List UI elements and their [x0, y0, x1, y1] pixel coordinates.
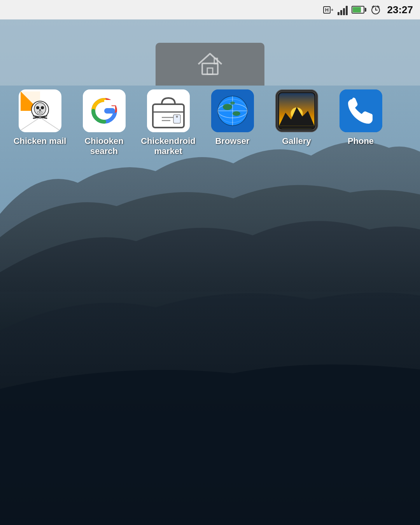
app-browser[interactable]: Browser [204, 89, 261, 146]
signal-icon [338, 4, 348, 15]
svg-rect-53 [279, 126, 314, 129]
phone-label: Phone [348, 136, 374, 146]
h-plus-icon: H + [323, 6, 334, 14]
svg-rect-6 [202, 63, 218, 74]
svg-rect-29 [104, 108, 115, 114]
chiooken-search-icon [83, 89, 126, 132]
phone-icon [340, 89, 382, 132]
svg-rect-20 [40, 112, 42, 113]
gallery-icon [275, 89, 318, 132]
svg-rect-55 [340, 89, 382, 132]
svg-point-17 [41, 106, 44, 109]
browser-label: Browser [215, 136, 249, 146]
status-bar: H + 23:27 [0, 0, 420, 19]
svg-point-46 [230, 102, 235, 105]
app-chicken-mail[interactable]: Chicken mail [12, 89, 68, 146]
svg-point-16 [36, 106, 39, 109]
gallery-label: Gallery [282, 136, 311, 146]
svg-rect-27 [104, 100, 116, 105]
chicken-mail-icon [19, 89, 61, 132]
top-bar [0, 19, 420, 86]
svg-point-18 [39, 109, 41, 111]
svg-point-36 [176, 116, 178, 118]
browser-icon [211, 89, 254, 132]
home-icon [196, 51, 224, 78]
app-chickendroid-market[interactable]: Chickendroid market [140, 89, 196, 157]
svg-rect-7 [207, 68, 213, 74]
chickendroid-market-label: Chickendroid market [140, 136, 196, 157]
status-time: 23:27 [387, 4, 413, 16]
svg-point-45 [233, 111, 240, 116]
home-tab[interactable] [156, 43, 264, 86]
chicken-mail-label: Chicken mail [14, 136, 66, 146]
svg-rect-19 [38, 112, 40, 113]
chiooken-search-label: Chiooken search [76, 136, 132, 157]
app-phone[interactable]: Phone [332, 89, 389, 146]
battery-icon [352, 5, 366, 14]
alarm-icon [370, 4, 381, 15]
chickendroid-market-icon [147, 89, 190, 132]
app-chiooken-search[interactable]: Chiooken search [76, 89, 132, 157]
app-row: Chicken mail Chiooken search [0, 86, 420, 161]
svg-point-44 [223, 104, 232, 110]
app-gallery[interactable]: Gallery [268, 89, 325, 146]
